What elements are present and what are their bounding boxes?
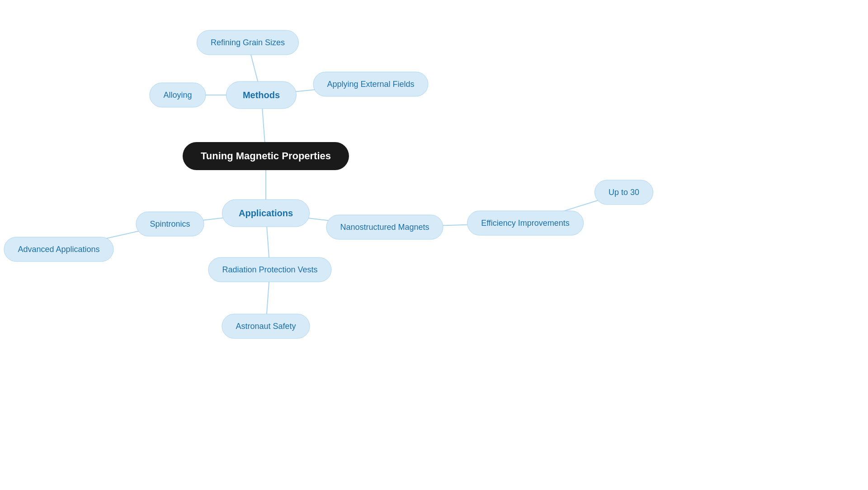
node-up_to_30[interactable]: Up to 30 — [594, 180, 653, 205]
node-methods[interactable]: Methods — [226, 81, 297, 109]
node-central[interactable]: Tuning Magnetic Properties — [183, 142, 349, 170]
node-efficiency_improvements[interactable]: Efficiency Improvements — [467, 211, 584, 236]
node-spintronics[interactable]: Spintronics — [136, 212, 204, 237]
mind-map: Tuning Magnetic PropertiesMethodsRefinin… — [0, 0, 868, 490]
node-refining_grain_sizes[interactable]: Refining Grain Sizes — [197, 30, 299, 55]
node-radiation_protection_vests[interactable]: Radiation Protection Vests — [208, 257, 331, 282]
node-astronaut_safety[interactable]: Astronaut Safety — [222, 314, 310, 339]
node-applications[interactable]: Applications — [222, 200, 310, 227]
node-advanced_applications[interactable]: Advanced Applications — [4, 237, 113, 262]
node-alloying[interactable]: Alloying — [149, 83, 206, 108]
node-nanostructured_magnets[interactable]: Nanostructured Magnets — [326, 215, 443, 240]
node-applying_external_fields[interactable]: Applying External Fields — [313, 72, 428, 97]
connections-svg — [0, 0, 868, 490]
